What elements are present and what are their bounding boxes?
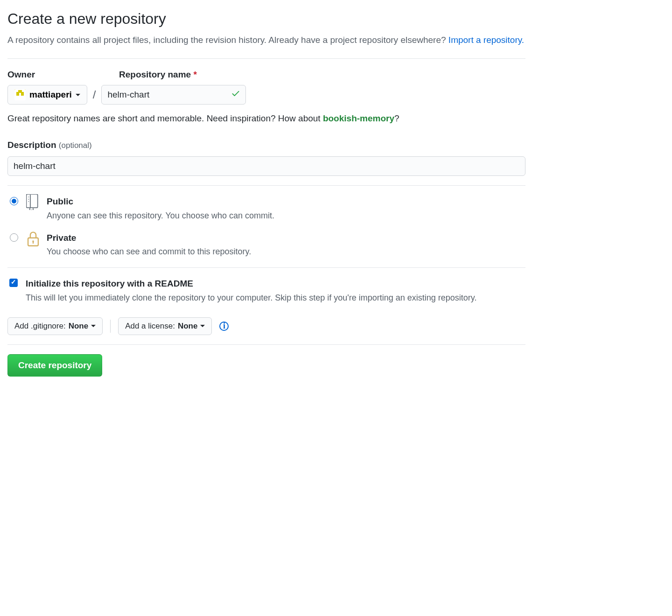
repo-icon	[26, 194, 40, 210]
svg-point-7	[28, 199, 29, 200]
svg-rect-4	[26, 194, 37, 208]
page-title: Create a new repository	[7, 7, 525, 30]
private-desc: You choose who can see and commit to thi…	[47, 245, 525, 258]
svg-rect-3	[18, 90, 22, 93]
add-gitignore-button[interactable]: Add .gitignore: None	[7, 317, 103, 335]
description-input[interactable]	[7, 156, 525, 176]
public-title: Public	[47, 195, 525, 209]
lock-icon	[26, 231, 40, 246]
description-label: Description (optional)	[7, 139, 92, 152]
owner-selector[interactable]: mattiaperi	[7, 85, 87, 105]
suggested-name[interactable]: bookish-memory	[323, 113, 394, 123]
valid-check-icon	[231, 89, 240, 101]
divider	[7, 267, 525, 268]
svg-point-8	[28, 201, 29, 202]
private-title: Private	[47, 231, 525, 245]
name-hint: Great repository names are short and mem…	[7, 112, 525, 126]
readme-checkbox[interactable]	[9, 279, 18, 287]
caret-down-icon	[200, 325, 205, 327]
divider	[7, 344, 525, 345]
repo-name-label: Repository name *	[119, 68, 197, 82]
svg-point-6	[28, 196, 29, 197]
page-subtitle: A repository contains all project files,…	[7, 34, 525, 47]
create-repository-button[interactable]: Create repository	[7, 354, 102, 377]
caret-down-icon	[76, 94, 80, 96]
owner-name: mattiaperi	[29, 90, 72, 100]
divider-vertical	[110, 320, 111, 333]
divider	[7, 185, 525, 186]
info-icon[interactable]: i	[219, 322, 229, 331]
avatar-icon	[14, 89, 26, 100]
caret-down-icon	[91, 325, 96, 327]
public-desc: Anyone can see this repository. You choo…	[47, 210, 525, 222]
slash-separator: /	[91, 86, 98, 103]
add-license-button[interactable]: Add a license: None	[118, 317, 212, 335]
readme-desc: This will let you immediately clone the …	[26, 292, 525, 304]
owner-label: Owner	[7, 68, 35, 82]
private-radio[interactable]	[10, 233, 18, 242]
divider	[7, 58, 525, 59]
import-link[interactable]: Import a repository.	[448, 35, 524, 45]
required-mark: *	[193, 70, 196, 79]
readme-title: Initialize this repository with a README	[26, 277, 525, 291]
repo-name-input[interactable]	[101, 85, 246, 105]
public-radio[interactable]	[10, 197, 18, 205]
